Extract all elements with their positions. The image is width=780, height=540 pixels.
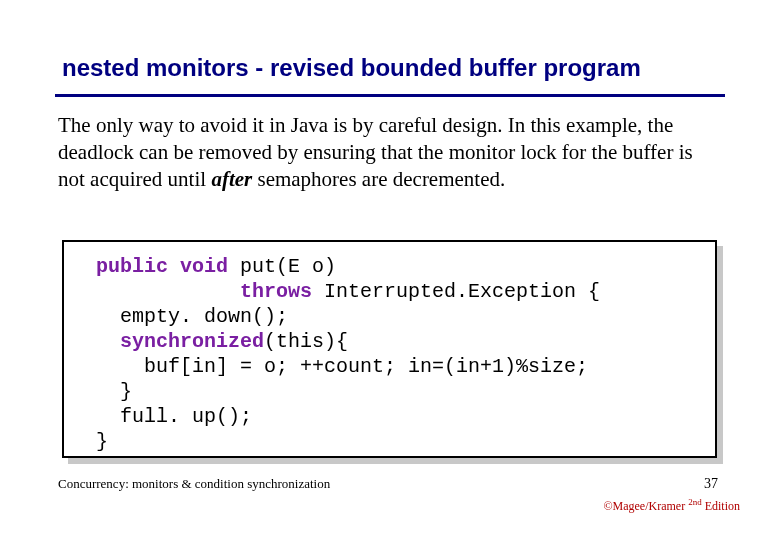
code-line5: buf[in] = o; ++count; in=(in+1)%size; bbox=[96, 355, 588, 378]
title-rule bbox=[55, 94, 725, 97]
kw-synchronized: synchronized bbox=[120, 330, 264, 353]
code-line8: } bbox=[96, 430, 108, 453]
code-box: public void put(E o) throws Interrupted.… bbox=[62, 240, 717, 458]
code-sync-tail: (this){ bbox=[264, 330, 348, 353]
code-line3: empty. down(); bbox=[96, 305, 288, 328]
code-sig1: put(E o) bbox=[228, 255, 336, 278]
footer-credit: ©Magee/Kramer 2nd Edition bbox=[603, 497, 740, 514]
page-number: 37 bbox=[704, 476, 718, 492]
credit-sup: 2nd bbox=[688, 497, 702, 507]
body-part2: semaphores are decremented. bbox=[252, 167, 505, 191]
slide-title: nested monitors - revised bounded buffer… bbox=[62, 54, 641, 82]
kw-void: void bbox=[180, 255, 228, 278]
code-line7: full. up(); bbox=[96, 405, 252, 428]
credit-prefix: ©Magee/Kramer bbox=[603, 499, 688, 513]
kw-public: public bbox=[96, 255, 168, 278]
slide: nested monitors - revised bounded buffer… bbox=[0, 0, 780, 540]
body-after-italic: after bbox=[211, 167, 252, 191]
code-line6: } bbox=[96, 380, 132, 403]
credit-suffix: Edition bbox=[702, 499, 740, 513]
body-paragraph: The only way to avoid it in Java is by c… bbox=[58, 112, 718, 193]
code-sig2: Interrupted.Exception { bbox=[312, 280, 600, 303]
footer-left: Concurrency: monitors & condition synchr… bbox=[58, 476, 330, 492]
kw-throws: throws bbox=[240, 280, 312, 303]
